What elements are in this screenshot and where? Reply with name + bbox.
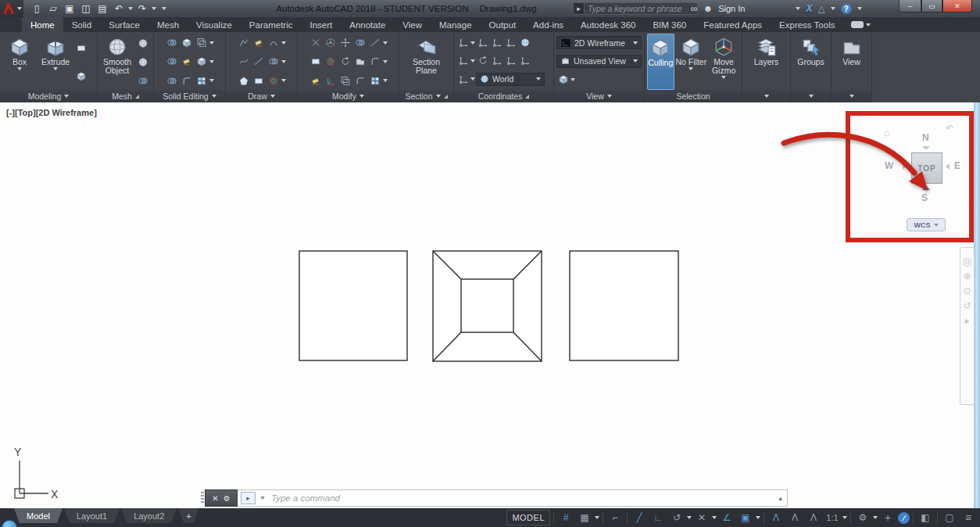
smooth-less-icon[interactable] (136, 56, 149, 68)
polyline-icon[interactable] (238, 37, 251, 49)
redo-icon[interactable]: ↷ (135, 2, 149, 15)
viewcube-toggle-icon[interactable] (556, 73, 570, 86)
ucs-named-icon[interactable] (476, 37, 489, 49)
undo-icon[interactable]: ↶ (112, 2, 126, 15)
ucs-icon[interactable] (456, 37, 470, 49)
nav-orbit-icon[interactable]: ↺ (963, 302, 971, 310)
close-button[interactable]: ✕ (942, 0, 972, 13)
view-panel-expand[interactable] (832, 90, 871, 102)
subtract-icon[interactable] (166, 56, 179, 68)
undo-caret-icon[interactable] (128, 7, 133, 10)
ucs-caret-icon[interactable] (470, 41, 475, 45)
mirror-icon[interactable] (354, 56, 367, 68)
grid-display-icon[interactable]: # (557, 511, 574, 525)
exchange-apps-icon[interactable]: X (806, 3, 812, 14)
command-close-icon[interactable]: ✕ (212, 494, 218, 503)
trim-icon[interactable] (369, 37, 382, 49)
tab-insert[interactable]: Insert (301, 17, 341, 32)
solid-editing-panel-title[interactable]: Solid Editing (154, 90, 225, 102)
tab-layout2[interactable]: Layout2 (121, 508, 177, 523)
object-snap-tracking-icon[interactable]: ✕ (693, 511, 710, 525)
view-collapsed-button[interactable]: View (835, 34, 869, 90)
snap-caret-icon[interactable] (595, 516, 599, 519)
tab-home[interactable]: Home (22, 17, 63, 32)
array-icon[interactable] (369, 74, 382, 87)
layers-button[interactable]: Layers (749, 34, 784, 90)
pyramid-inner-square[interactable] (461, 279, 513, 332)
tab-annotate[interactable]: Annotate (341, 17, 394, 32)
draw-panel-title[interactable]: Draw (226, 90, 297, 102)
model-space-button[interactable]: MODEL (506, 510, 550, 525)
smooth-object-button[interactable]: Smooth Object (100, 34, 134, 90)
ucs-show-caret-icon[interactable] (470, 77, 475, 81)
qat-customize-caret-icon[interactable] (162, 7, 166, 10)
ucs-combo[interactable]: World (476, 73, 545, 86)
dynamic-input-icon[interactable]: ⌐ (606, 511, 624, 525)
nav-zoom-icon[interactable]: ⊙ (963, 287, 971, 295)
spline-icon[interactable] (238, 56, 251, 68)
clean-screen-icon[interactable]: ▢ (941, 511, 958, 525)
mesh-dialog-launcher-icon[interactable] (135, 95, 139, 99)
redo-caret-icon[interactable] (152, 7, 156, 10)
shell-caret-icon[interactable] (209, 60, 214, 63)
tab-visualize[interactable]: Visualize (188, 17, 241, 32)
command-drag-handle[interactable] (201, 492, 204, 504)
ortho-mode-icon[interactable]: ∟ (649, 511, 667, 525)
fillet-caret-icon[interactable] (383, 60, 388, 63)
isolate-objects-icon[interactable]: ∕ (898, 512, 910, 524)
imprint-icon[interactable] (181, 56, 194, 68)
tab-bim-360[interactable]: BIM 360 (644, 17, 695, 32)
visual-style-combo[interactable]: 2D Wireframe (556, 36, 642, 49)
union-icon[interactable] (166, 37, 179, 49)
tab-autodesk-360[interactable]: Autodesk 360 (572, 17, 644, 32)
otrack-caret-icon[interactable] (712, 516, 717, 519)
ucs-origin-icon[interactable] (456, 55, 470, 67)
tab-add-ins[interactable]: Add-ins (524, 17, 572, 32)
command-customize-icon[interactable]: ⚙ (224, 494, 231, 503)
ucs-previous-icon[interactable] (490, 37, 503, 49)
modeling-panel-title[interactable]: Modeling (0, 90, 97, 102)
intersect-icon[interactable] (166, 74, 179, 87)
ucs-3point-icon[interactable] (518, 55, 531, 67)
extract-edges-icon[interactable] (195, 37, 209, 49)
help-icon[interactable]: ? (841, 3, 852, 14)
command-expand-icon[interactable]: ▴ (778, 494, 782, 502)
tab-surface[interactable]: Surface (100, 17, 148, 32)
new-layout-button[interactable]: + (178, 508, 199, 523)
line-icon[interactable] (252, 56, 266, 68)
viewcube-toggle-caret-icon[interactable] (570, 78, 575, 81)
helix-icon[interactable] (252, 37, 266, 49)
tab-view[interactable]: View (394, 17, 431, 32)
graphics-performance-icon[interactable]: ◧ (917, 511, 934, 525)
new-file-icon[interactable]: ▯ (30, 2, 44, 15)
annotation-scale-value[interactable]: 1:1 (824, 511, 841, 525)
tab-solid[interactable]: Solid (63, 17, 101, 32)
ucs-show-icon[interactable] (456, 73, 470, 85)
explode-icon[interactable] (309, 56, 323, 68)
arc-caret-icon[interactable] (281, 41, 286, 45)
search-submit-icon[interactable]: ▸ (573, 2, 584, 15)
ellipse-caret-icon[interactable] (281, 79, 286, 82)
extract-edges-caret-icon[interactable] (209, 41, 214, 45)
box-button[interactable]: Box (2, 34, 37, 90)
tab-model[interactable]: Model (14, 508, 63, 523)
workspace-switching-icon[interactable]: ⚙ (854, 511, 871, 525)
tab-parametric[interactable]: Parametric (241, 17, 302, 32)
polar-tracking-icon[interactable]: ╱ (631, 511, 648, 525)
help-caret-icon[interactable] (857, 7, 862, 10)
search-input[interactable] (584, 2, 698, 15)
3d-object-snap-icon[interactable]: ▣ (737, 511, 754, 525)
coordinates-panel-title[interactable]: Coordinates (454, 90, 553, 102)
rectangle-icon[interactable] (252, 74, 266, 87)
section-panel-title[interactable]: Section (399, 90, 453, 102)
fillet-icon[interactable] (369, 56, 382, 68)
stretch-icon[interactable] (309, 37, 323, 49)
annotation-monitor-icon[interactable]: + (879, 511, 896, 525)
array-caret-icon[interactable] (383, 79, 388, 82)
move-icon[interactable] (339, 37, 352, 49)
ucs-restore-icon[interactable] (476, 55, 489, 67)
annotation-visibility-icon[interactable]: Λ (767, 511, 785, 525)
section-plane-button[interactable]: Section Plane (410, 34, 444, 90)
tab-featured-apps[interactable]: Featured Apps (695, 17, 771, 32)
presspull-icon[interactable] (74, 70, 88, 82)
